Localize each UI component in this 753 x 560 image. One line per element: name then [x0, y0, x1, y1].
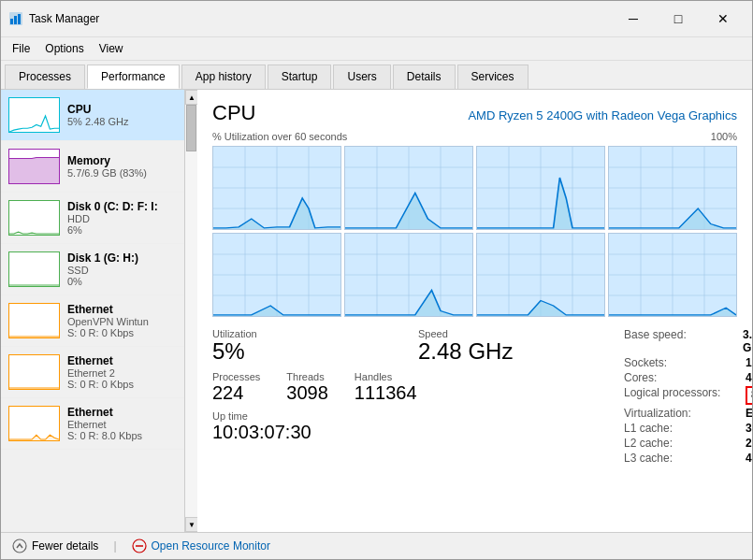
- threads-stat: Threads 3098: [286, 371, 328, 403]
- l3-val: 4.0 MB: [746, 452, 752, 465]
- scroll-track: [185, 105, 197, 517]
- sockets-key: Sockets:: [624, 356, 746, 369]
- memory-sidebar-info: Memory 5.7/6.9 GB (83%): [67, 154, 177, 179]
- menu-bar: File Options View: [1, 37, 752, 61]
- scroll-thumb[interactable]: [186, 105, 196, 151]
- graph-label-row: % Utilization over 60 seconds 100%: [212, 131, 737, 142]
- handles-value: 111364: [355, 382, 417, 403]
- tab-performance[interactable]: Performance: [87, 65, 180, 89]
- utilization-value: 5%: [212, 339, 418, 364]
- open-resource-monitor-button[interactable]: Open Resource Monitor: [132, 538, 270, 553]
- virt-val: Enabled: [746, 407, 752, 420]
- close-button[interactable]: ✕: [702, 7, 745, 31]
- tab-bar: Processes Performance App history Startu…: [1, 61, 752, 90]
- sidebar-item-memory[interactable]: Memory 5.7/6.9 GB (83%): [1, 141, 184, 193]
- disk0-mini-graph: [8, 200, 60, 236]
- svg-marker-4: [9, 158, 59, 183]
- eth2-sidebar-stat: S: 0 R: 0 Kbps: [67, 379, 177, 390]
- menu-file[interactable]: File: [5, 39, 37, 58]
- cpu-sidebar-info: CPU 5% 2.48 GHz: [67, 103, 177, 127]
- eth2-sidebar-title: Ethernet: [67, 354, 177, 367]
- tab-users[interactable]: Users: [333, 65, 390, 89]
- scroll-down-arrow[interactable]: ▼: [185, 517, 197, 532]
- sidebar-item-ethernet3[interactable]: Ethernet Ethernet S: 0 R: 8.0 Kbps: [1, 398, 184, 450]
- stats-col-speed: Speed 2.48 GHz: [418, 328, 624, 467]
- l1cache-row: L1 cache: 384 KB: [624, 422, 752, 435]
- cpu-graph-3: [608, 146, 737, 230]
- sidebar-item-disk1[interactable]: Disk 1 (G: H:) SSD 0%: [1, 244, 184, 295]
- cores-row: Cores: 4: [624, 371, 752, 384]
- l2-val: 2.0 MB: [746, 437, 752, 450]
- sidebar: CPU 5% 2.48 GHz Memory 5.7/6.9 GB (: [1, 90, 184, 532]
- memory-mini-graph: [8, 149, 60, 184]
- menu-options[interactable]: Options: [37, 39, 91, 58]
- sidebar-item-cpu[interactable]: CPU 5% 2.48 GHz: [1, 90, 184, 141]
- title-bar-left: Task Manager: [8, 11, 99, 26]
- footer-separator: |: [113, 539, 116, 553]
- svg-point-62: [13, 539, 26, 553]
- title-controls: ─ □ ✕: [612, 7, 745, 31]
- cpu-sidebar-title: CPU: [67, 103, 177, 116]
- sidebar-scrollbar: ▲ ▼: [184, 90, 197, 532]
- processes-value: 224: [212, 382, 260, 403]
- tab-services[interactable]: Services: [457, 65, 529, 89]
- cpu-panel-header: CPU AMD Ryzen 5 2400G with Radeon Vega G…: [212, 101, 737, 125]
- l1-key: L1 cache:: [624, 422, 746, 435]
- disk0-sidebar-info: Disk 0 (C: D: F: I: HDD 6%: [67, 200, 177, 236]
- sidebar-wrapper: CPU 5% 2.48 GHz Memory 5.7/6.9 GB (: [1, 90, 197, 532]
- eth1-sidebar-title: Ethernet: [67, 303, 177, 316]
- virtualization-row: Virtualization: Enabled: [624, 407, 752, 420]
- cpu-graph-7: [608, 233, 737, 317]
- uptime-label: Up time: [212, 410, 418, 422]
- disk1-mini-graph: [8, 251, 60, 287]
- open-resource-monitor-label: Open Resource Monitor: [152, 539, 270, 553]
- l3-key: L3 cache:: [624, 452, 746, 465]
- sidebar-item-disk0[interactable]: Disk 0 (C: D: F: I: HDD 6%: [1, 193, 184, 244]
- eth3-sidebar-stat: S: 0 R: 8.0 Kbps: [67, 430, 177, 441]
- cpu-graph-1: [344, 146, 473, 230]
- tab-processes[interactable]: Processes: [5, 65, 85, 89]
- eth1-sidebar-stat: S: 0 R: 0 Kbps: [67, 327, 177, 338]
- tab-app-history[interactable]: App history: [181, 65, 266, 89]
- scroll-up-arrow[interactable]: ▲: [185, 90, 197, 105]
- uptime-value: 10:03:07:30: [212, 422, 418, 442]
- handles-stat: Handles 111364: [355, 371, 417, 403]
- cpu-panel-title: CPU: [212, 101, 255, 125]
- graph-label-text: % Utilization over 60 seconds: [212, 131, 347, 142]
- base-speed-val: 3.60 GHz: [743, 328, 752, 354]
- eth2-sidebar-sub: Ethernet 2: [67, 367, 177, 379]
- eth2-mini-graph: [8, 354, 60, 390]
- tab-startup[interactable]: Startup: [268, 65, 332, 89]
- eth3-sidebar-sub: Ethernet: [67, 419, 177, 430]
- fewer-details-button[interactable]: Fewer details: [12, 538, 98, 553]
- minimize-button[interactable]: ─: [612, 7, 655, 31]
- tab-details[interactable]: Details: [393, 65, 456, 89]
- cpu-graph-2: [476, 146, 605, 230]
- eth1-sidebar-sub: OpenVPN Wintun: [67, 316, 177, 327]
- cpu-sidebar-stat: 5% 2.48 GHz: [67, 116, 177, 127]
- cpu-info-table: Base speed: 3.60 GHz Sockets: 1 Cores: 4…: [624, 328, 752, 467]
- virt-key: Virtualization:: [624, 407, 746, 420]
- cpu-mini-graph: [8, 97, 60, 133]
- cores-val: 4: [746, 371, 752, 384]
- disk1-sidebar-stat: 0%: [67, 276, 177, 287]
- l3cache-row: L3 cache: 4.0 MB: [624, 452, 752, 465]
- eth3-mini-graph: [8, 406, 60, 441]
- base-speed-row: Base speed: 3.60 GHz: [624, 328, 752, 354]
- sockets-row: Sockets: 1: [624, 356, 752, 369]
- eth1-mini-graph: [8, 303, 60, 338]
- processes-stat: Processes 224: [212, 371, 260, 403]
- maximize-button[interactable]: □: [657, 7, 700, 31]
- svg-marker-54: [477, 301, 604, 317]
- disk0-sidebar-sub: HDD: [67, 213, 177, 224]
- disk0-sidebar-title: Disk 0 (C: D: F: I:: [67, 200, 177, 213]
- memory-sidebar-title: Memory: [67, 154, 177, 167]
- sidebar-item-ethernet1[interactable]: Ethernet OpenVPN Wintun S: 0 R: 0 Kbps: [1, 295, 184, 347]
- sidebar-item-ethernet2[interactable]: Ethernet Ethernet 2 S: 0 R: 0 Kbps: [1, 347, 184, 398]
- title-text: Task Manager: [29, 12, 99, 25]
- l2cache-row: L2 cache: 2.0 MB: [624, 437, 752, 450]
- menu-view[interactable]: View: [92, 39, 131, 58]
- fewer-details-icon: [12, 538, 27, 553]
- cores-key: Cores:: [624, 371, 746, 384]
- cpu-graph-5: [344, 233, 473, 317]
